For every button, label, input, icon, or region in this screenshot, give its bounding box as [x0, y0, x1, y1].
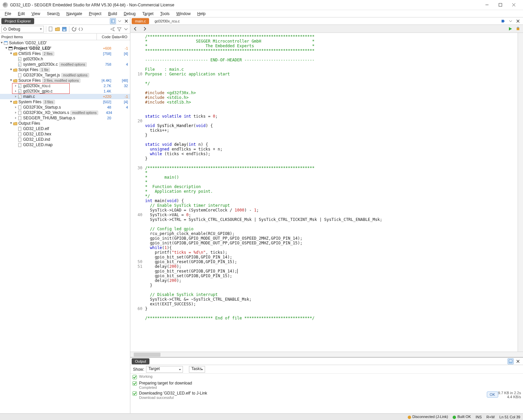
minimize-button[interactable]: [480, 0, 494, 10]
file-gd32f30x-gpio-c[interactable]: cgd32f30x_gpio.c1.4K: [0, 88, 130, 94]
nav-back-icon[interactable]: [133, 26, 138, 31]
output-panel: Output Show: Target Tasks Working: [130, 357, 523, 413]
s-file-icon: [17, 110, 22, 115]
menu-target[interactable]: Target: [139, 11, 157, 17]
menu-tools[interactable]: Tools: [157, 11, 173, 17]
output-layout-icon[interactable]: [508, 358, 514, 364]
menu-project[interactable]: Project: [85, 11, 105, 17]
status-connection: Disconnected (J-Link): [408, 415, 448, 419]
panel-close-icon[interactable]: [515, 18, 521, 24]
c-file-icon: c: [17, 62, 22, 67]
send-icon[interactable]: [110, 26, 115, 32]
explorer-toolbar: Debug: [0, 25, 130, 34]
chevron-down-icon[interactable]: [123, 26, 129, 32]
menu-view[interactable]: View: [28, 11, 44, 17]
menu-debug[interactable]: Debug: [120, 11, 139, 17]
menu-window[interactable]: Window: [173, 11, 194, 17]
file-startup-s[interactable]: GD32F30x_Startup.s484: [0, 105, 130, 110]
panel-dropdown-icon[interactable]: [117, 18, 123, 24]
folder-cmsis[interactable]: CMSIS Files2 files[758][4]: [0, 51, 130, 56]
svg-rect-31: [18, 111, 21, 115]
file-map[interactable]: GD32_LED.map: [0, 142, 130, 147]
col-code[interactable]: Code: [96, 34, 113, 40]
editor-vertical-scrollbar[interactable]: [518, 33, 523, 352]
output-body[interactable]: Working Preparing target for downloadCom…: [130, 374, 523, 413]
col-project-items[interactable]: Project Items: [0, 35, 96, 39]
panel-layout-icon[interactable]: [110, 18, 116, 24]
folder-script[interactable]: Script Files1 file: [0, 67, 130, 72]
file-ind[interactable]: GD32_LED.ind: [0, 137, 130, 142]
line-gutter: 10 20 30 40 50 51 60: [130, 33, 144, 352]
menu-search[interactable]: Search: [44, 11, 63, 17]
panel-dropdown-icon[interactable]: [508, 18, 514, 24]
close-button[interactable]: [507, 0, 520, 10]
editor-nav-bar: [130, 25, 523, 33]
status-bar: Disconnected (J-Link) Built OK INS R+W L…: [0, 413, 523, 420]
refresh-icon[interactable]: [71, 26, 77, 32]
maximize-button[interactable]: [494, 0, 507, 10]
output-tab[interactable]: Output: [132, 358, 149, 364]
svg-rect-23: [18, 73, 21, 77]
open-folder-icon[interactable]: [55, 26, 60, 32]
code-area[interactable]: /***************************************…: [144, 33, 518, 352]
nav-forward-icon[interactable]: [142, 26, 147, 31]
s-file-icon: [17, 105, 22, 110]
filter-icon[interactable]: [117, 26, 122, 32]
file-target-js[interactable]: GD32F30x_Target.jsmodified options: [0, 72, 130, 78]
folder-system[interactable]: System Files3 files[502][4]: [0, 99, 130, 105]
col-dataro[interactable]: Data+RO: [113, 34, 130, 40]
menu-edit[interactable]: Edit: [14, 11, 28, 17]
window-title: GD32_LED - SEGGER Embedded Studio for AR…: [10, 3, 480, 7]
project-tree[interactable]: Solution 'GD32_LED' Project 'GD32_LED'+6…: [0, 40, 130, 413]
svg-rect-34: [18, 132, 21, 136]
svg-text:h: h: [19, 58, 20, 61]
save-icon[interactable]: [62, 26, 67, 32]
out-file-icon: [17, 132, 22, 136]
svg-rect-33: [18, 127, 21, 131]
project-explorer-tab[interactable]: Project Explorer: [1, 18, 34, 24]
menu-help[interactable]: Help: [194, 11, 209, 17]
panel-close-icon[interactable]: [123, 18, 129, 24]
folder-source[interactable]: Source Files3 files, modified options[4.…: [0, 78, 130, 83]
file-vectors-s[interactable]: GD32F30x_XD_Vectors.smodified options434: [0, 110, 130, 115]
code-editor[interactable]: 10 20 30 40 50 51 60 /******************…: [130, 33, 523, 352]
file-gd32f30x-h[interactable]: hgd32f30x.h: [0, 56, 130, 62]
code-icon[interactable]: [78, 26, 83, 32]
file-main-c[interactable]: cmain.c+220-1: [0, 94, 130, 99]
file-thumb-startup-s[interactable]: SEGGER_THUMB_Startup.s20: [0, 115, 130, 121]
svg-text:c: c: [19, 64, 20, 66]
attach-icon[interactable]: [500, 18, 506, 24]
svg-rect-45: [133, 375, 137, 379]
svg-rect-36: [18, 143, 21, 147]
panel-close-icon[interactable]: [515, 358, 521, 364]
config-dropdown[interactable]: Debug: [1, 26, 44, 33]
project-row[interactable]: Project 'GD32_LED'+608-1: [0, 46, 130, 51]
menu-navigate[interactable]: Navigate: [63, 11, 85, 17]
status-cursor-pos: Ln 51 Col 39: [500, 415, 520, 419]
file-hex[interactable]: GD32_LED.hex: [0, 131, 130, 137]
show-dropdown[interactable]: Target: [146, 366, 183, 373]
folder-icon: [13, 78, 17, 83]
tab-main-c[interactable]: main.c: [132, 18, 149, 24]
new-file-icon[interactable]: [48, 26, 54, 32]
check-icon: [132, 375, 137, 379]
file-gd32f30x-rcu-c[interactable]: cgd32f30x_rcu.c2.7K32: [0, 83, 130, 88]
tab-gd32f30x-rcu-c[interactable]: gd32f30x_rcu.c: [151, 18, 183, 24]
menu-file[interactable]: File: [1, 11, 14, 17]
project-icon: [8, 46, 13, 51]
build-download-icon[interactable]: [516, 26, 520, 31]
chevron-down-icon: [40, 28, 42, 31]
solution-row[interactable]: Solution 'GD32_LED': [0, 40, 130, 46]
c-file-icon: c: [17, 94, 22, 99]
run-icon[interactable]: [508, 27, 512, 31]
file-elf[interactable]: GD32_LED.elf: [0, 126, 130, 131]
app-icon: [3, 2, 8, 8]
file-system-gd32f30x-c[interactable]: csystem_gd32f30x.cmodified options7584: [0, 62, 130, 67]
editor-horizontal-scrollbar[interactable]: [130, 352, 523, 357]
svg-rect-30: [18, 106, 21, 109]
title-bar: GD32_LED - SEGGER Embedded Studio for AR…: [0, 0, 523, 10]
folder-output[interactable]: Output Files: [0, 121, 130, 126]
ok-button[interactable]: OK: [487, 392, 498, 398]
tasks-dropdown[interactable]: Tasks: [189, 366, 205, 373]
menu-build[interactable]: Build: [105, 11, 121, 17]
